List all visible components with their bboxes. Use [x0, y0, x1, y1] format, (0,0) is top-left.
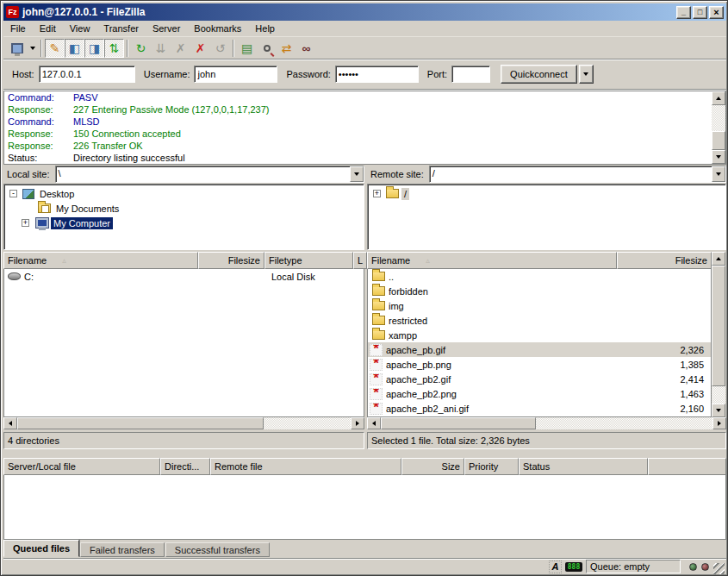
tab-successful-transfers[interactable]: Successful transfers: [165, 542, 270, 557]
column-header-size[interactable]: Size: [401, 458, 464, 475]
local-site-combo[interactable]: \: [55, 166, 364, 183]
column-header-filetype[interactable]: Filetype: [264, 252, 353, 269]
menubar: File Edit View Transfer Server Bookmarks…: [3, 21, 726, 37]
column-header-filename[interactable]: Filename▵: [3, 252, 198, 269]
scroll-thumb[interactable]: [712, 131, 725, 150]
port-input[interactable]: [451, 66, 490, 83]
remote-file-row[interactable]: xampp: [368, 328, 711, 342]
local-site-dropdown[interactable]: [350, 166, 364, 182]
reconnect-button[interactable]: ↺: [210, 39, 230, 58]
tree-item-root[interactable]: + /: [368, 186, 725, 201]
column-header-direction[interactable]: Directi...: [160, 458, 210, 475]
menu-edit[interactable]: Edit: [33, 22, 63, 35]
column-header-filename[interactable]: Filename▵: [367, 252, 617, 269]
local-file-row[interactable]: C: Local Disk: [4, 269, 364, 284]
scroll-up-icon[interactable]: [712, 252, 725, 266]
menu-file[interactable]: File: [3, 22, 33, 35]
host-input[interactable]: [39, 66, 135, 83]
tree-item-desktop[interactable]: - Desktop: [4, 186, 364, 201]
speedlimit-icon[interactable]: 888: [565, 562, 582, 572]
menu-transfer[interactable]: Transfer: [96, 22, 146, 35]
scroll-left-icon[interactable]: [3, 417, 17, 429]
scroll-thumb[interactable]: [17, 417, 264, 429]
tree-item-my-documents[interactable]: My Documents: [4, 201, 364, 216]
tab-failed-transfers[interactable]: Failed transfers: [80, 542, 165, 557]
toggle-remote-tree-button[interactable]: ◨: [84, 39, 104, 58]
remote-file-row[interactable]: img: [368, 298, 711, 313]
local-hscrollbar[interactable]: [3, 417, 364, 429]
toggle-queue-button[interactable]: ⇅: [104, 39, 124, 58]
username-input[interactable]: [194, 66, 277, 83]
remote-hscrollbar[interactable]: [367, 417, 726, 429]
remote-file-row[interactable]: *apache_pb2.gif2,414: [368, 372, 711, 386]
local-file-list: C: Local Disk: [3, 269, 364, 417]
cancel-button[interactable]: ✗: [171, 39, 190, 58]
column-header-server-local-file[interactable]: Server/Local file: [3, 458, 160, 475]
scroll-down-icon[interactable]: [712, 404, 725, 417]
folder-icon: [386, 189, 399, 198]
scroll-up-icon[interactable]: [712, 91, 725, 105]
local-site-row: Local site: \: [3, 165, 364, 184]
scroll-thumb[interactable]: [381, 417, 536, 429]
column-header-priority[interactable]: Priority: [464, 458, 519, 475]
site-manager-dropdown[interactable]: [27, 39, 38, 58]
refresh-button[interactable]: ↻: [131, 39, 151, 58]
tab-queued-files[interactable]: Queued files: [3, 540, 79, 557]
synchronized-browsing-button[interactable]: ⇄: [277, 39, 296, 58]
column-header-status[interactable]: Status: [519, 458, 648, 475]
scroll-left-icon[interactable]: [367, 417, 381, 429]
scroll-thumb[interactable]: [712, 266, 725, 386]
maximize-button[interactable]: □: [693, 6, 707, 19]
remote-file-row[interactable]: *apache_pb2.png1,463: [368, 386, 711, 401]
expand-icon[interactable]: +: [373, 190, 381, 197]
tree-item-my-computer[interactable]: + My Computer: [4, 216, 364, 230]
local-status-text: 4 directories: [3, 432, 364, 449]
close-button[interactable]: ×: [709, 6, 724, 19]
remote-panel: Remote site: / + / Filename▵ Filesize ..…: [367, 165, 726, 451]
remote-site-dropdown[interactable]: [712, 166, 725, 182]
log-scrollbar[interactable]: [712, 91, 725, 164]
log-row: Response:150 Connection accepted: [4, 128, 725, 140]
remote-list-header: Filename▵ Filesize: [367, 252, 712, 269]
expand-icon[interactable]: +: [22, 219, 29, 227]
process-queue-button[interactable]: ⇊: [151, 39, 171, 58]
disconnect-button[interactable]: ✗: [190, 39, 210, 58]
minimize-button[interactable]: _: [676, 6, 691, 19]
remote-file-row[interactable]: *apache_pb.png1,385: [368, 357, 711, 372]
directory-comparison-button[interactable]: ▤: [237, 39, 257, 58]
local-list-header: Filename▵ Filesize Filetype L: [3, 252, 364, 269]
host-label: Host:: [12, 69, 34, 79]
resize-grip[interactable]: [713, 563, 725, 574]
quickconnect-button[interactable]: Quickconnect: [501, 65, 577, 84]
column-header-remote-file[interactable]: Remote file: [210, 458, 401, 475]
log-row: Response:227 Entering Passive Mode (127,…: [4, 103, 725, 116]
password-input[interactable]: [335, 66, 419, 83]
remote-vscrollbar[interactable]: [712, 252, 725, 417]
remote-file-row[interactable]: *apache_pb2_ani.gif2,160: [368, 401, 711, 416]
queue-tabs: Queued files Failed transfers Successful…: [3, 541, 726, 557]
transfer-type-icon[interactable]: A: [549, 560, 562, 573]
filter-button[interactable]: ∞: [296, 39, 316, 58]
remote-file-row[interactable]: ..: [368, 269, 711, 284]
log-row: Command:PASV: [4, 91, 725, 103]
remote-file-row[interactable]: forbidden: [368, 284, 711, 298]
collapse-icon[interactable]: -: [9, 190, 17, 197]
toggle-message-log-button[interactable]: ✎: [45, 39, 65, 58]
scroll-right-icon[interactable]: [712, 417, 726, 429]
file-search-button[interactable]: [257, 39, 277, 58]
toggle-local-tree-button[interactable]: ◧: [65, 39, 84, 58]
menu-bookmarks[interactable]: Bookmarks: [187, 22, 248, 35]
menu-help[interactable]: Help: [248, 22, 282, 35]
column-header-filesize[interactable]: Filesize: [617, 252, 712, 269]
quickconnect-dropdown[interactable]: [579, 65, 594, 84]
remote-site-combo[interactable]: /: [429, 166, 726, 183]
menu-server[interactable]: Server: [146, 22, 187, 35]
site-manager-button[interactable]: [7, 39, 27, 58]
column-header-filesize[interactable]: Filesize: [198, 252, 264, 269]
remote-file-row[interactable]: restricted: [368, 313, 711, 328]
port-label: Port:: [427, 69, 447, 79]
menu-view[interactable]: View: [63, 22, 97, 35]
scroll-right-icon[interactable]: [351, 417, 364, 429]
scroll-down-icon[interactable]: [712, 150, 725, 164]
remote-file-row-selected[interactable]: *apache_pb.gif2,326: [368, 342, 711, 357]
